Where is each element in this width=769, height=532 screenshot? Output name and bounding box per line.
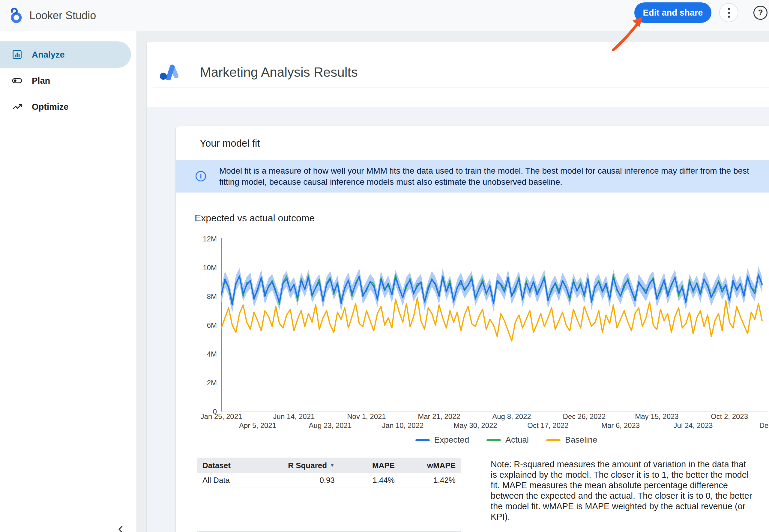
chart-section-title: Expected vs actual outcome: [195, 213, 315, 224]
svg-text:12M: 12M: [203, 235, 217, 243]
report-page: Marketing Analysis Results Your model fi…: [147, 42, 769, 532]
svg-text:Dec 26, 2022: Dec 26, 2022: [563, 412, 606, 420]
column-header-wmape[interactable]: wMAPE: [399, 461, 460, 470]
brand: Looker Studio: [7, 0, 96, 31]
legend-label: Baseline: [565, 435, 597, 445]
kebab-menu-icon: [728, 8, 730, 10]
marketing-platform-logo-icon: [159, 60, 182, 82]
looker-logo-icon: [7, 7, 23, 24]
sidebar-item-optimize[interactable]: Optimize: [0, 94, 131, 120]
question-mark-icon: ?: [758, 8, 763, 17]
model-fit-table: Dataset R Squared ▼ MAPE wMAPE All Data …: [197, 458, 461, 532]
legend-swatch-expected: [415, 439, 430, 441]
svg-text:Jun 14, 2021: Jun 14, 2021: [273, 412, 315, 420]
cell-dataset: All Data: [197, 476, 272, 485]
svg-text:May 30, 2022: May 30, 2022: [453, 421, 497, 429]
legend-item-baseline: Baseline: [546, 435, 597, 445]
svg-text:6M: 6M: [207, 321, 217, 329]
svg-text:Oct 2, 2023: Oct 2, 2023: [711, 412, 748, 420]
help-button[interactable]: ?: [753, 6, 768, 20]
svg-text:May 15, 2023: May 15, 2023: [635, 412, 678, 420]
optimize-trending-up-icon: [11, 101, 23, 112]
table-row: All Data 0.93 1.44% 1.42%: [197, 473, 461, 488]
legend-label: Actual: [505, 435, 529, 445]
sidebar-item-analyze[interactable]: Analyze: [0, 41, 131, 68]
svg-text:Oct 17, 2022: Oct 17, 2022: [527, 421, 568, 429]
svg-text:Apr 5, 2021: Apr 5, 2021: [239, 421, 276, 429]
table-header-row: Dataset R Squared ▼ MAPE wMAPE: [197, 458, 461, 473]
column-header-r-squared[interactable]: R Squared ▼: [272, 461, 340, 470]
info-banner-text: Model fit is a measure of how well your …: [219, 165, 756, 187]
metrics-note: Note: R-squared measures the amount of v…: [491, 459, 755, 522]
sidebar-item-plan[interactable]: Plan: [0, 67, 131, 94]
cell-wmape: 1.42%: [399, 476, 460, 485]
svg-text:Mar 21, 2022: Mar 21, 2022: [418, 412, 460, 420]
svg-text:Jan 25, 2021: Jan 25, 2021: [201, 412, 242, 420]
analyze-chart-icon: [11, 49, 23, 60]
model-fit-card: Your model fit i Model fit is a measure …: [175, 126, 769, 532]
legend-item-expected: Expected: [415, 435, 469, 445]
svg-text:Aug 23, 2021: Aug 23, 2021: [309, 421, 352, 429]
svg-text:2M: 2M: [207, 379, 217, 387]
expected-vs-actual-chart[interactable]: 02M4M6M8M10M12MJan 25, 2021Apr 5, 2021Ju…: [180, 234, 769, 431]
svg-text:8M: 8M: [207, 292, 217, 300]
svg-text:Mar 6, 2023: Mar 6, 2023: [601, 421, 640, 429]
svg-text:Jul 24, 2023: Jul 24, 2023: [674, 421, 713, 429]
chevron-left-icon: ‹: [118, 519, 123, 532]
svg-text:10M: 10M: [203, 264, 217, 272]
sidebar-item-label: Plan: [32, 76, 50, 86]
svg-text:Aug 8, 2022: Aug 8, 2022: [492, 412, 531, 420]
legend-item-actual: Actual: [486, 435, 529, 445]
svg-text:Jan 10, 2022: Jan 10, 2022: [382, 421, 424, 429]
legend-swatch-baseline: [546, 439, 561, 441]
legend-swatch-actual: [486, 439, 501, 441]
top-app-bar: Looker Studio Edit and share ?: [0, 0, 769, 31]
collapse-sidebar-button[interactable]: ‹: [112, 519, 130, 532]
sort-descending-icon: ▼: [330, 462, 335, 468]
sidebar-item-label: Optimize: [32, 102, 68, 112]
cell-mape: 1.44%: [340, 476, 399, 485]
chart-legend: Expected Actual Baseline: [212, 435, 769, 445]
column-header-mape[interactable]: MAPE: [340, 461, 399, 470]
svg-text:4M: 4M: [207, 350, 217, 358]
svg-text:Nov 1, 2021: Nov 1, 2021: [347, 412, 386, 420]
cell-r-squared: 0.93: [272, 476, 340, 485]
header-divider: [153, 88, 769, 88]
model-fit-info-banner: i Model fit is a measure of how well you…: [176, 160, 769, 193]
topbar-divider: [749, 4, 749, 22]
svg-text:Dec: Dec: [759, 421, 769, 429]
column-header-dataset[interactable]: Dataset: [197, 461, 272, 470]
plan-toggle-icon: [11, 75, 23, 86]
legend-label: Expected: [434, 435, 469, 445]
app-title: Looker Studio: [29, 9, 96, 22]
left-navigation: Analyze Plan Optimize ‹: [0, 31, 137, 532]
card-title: Your model fit: [200, 138, 260, 149]
report-title: Marketing Analysis Results: [200, 65, 358, 80]
edit-and-share-button[interactable]: Edit and share: [634, 2, 711, 23]
sidebar-item-label: Analyze: [32, 50, 65, 60]
info-icon: i: [196, 171, 206, 181]
more-options-button[interactable]: [719, 3, 738, 22]
